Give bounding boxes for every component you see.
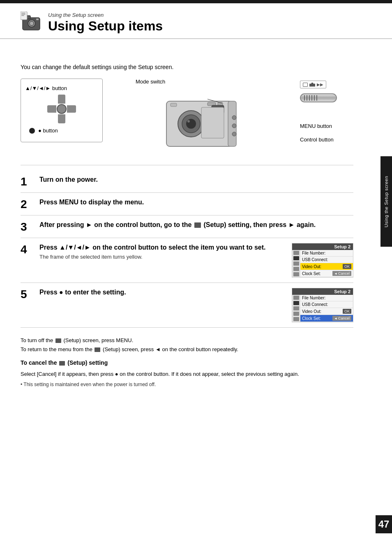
step-4-number: 4 [21,244,35,255]
side-tab-text: Using the Setup screen [384,176,389,227]
dial-line [304,95,305,101]
setup5-row-videoout: Video Out: OK [300,308,353,315]
step-4-text: Press ▲/▼/◄/► on the control button to s… [39,243,284,260]
sidebar5-icon-1 [293,296,299,300]
setup-screen-4: Setup 2 File Number: [292,243,353,278]
step-1-number: 1 [21,176,35,188]
setup-main-5: File Number: USB Connect: Video Out: OK [300,295,353,322]
sidebar-icon-1 [293,251,299,255]
intro-paragraph: You can change the default settings usin… [21,64,353,70]
cancel-heading: To cancel the (Setup) setting [21,358,353,368]
setup-value-clockset: ◄Cancel [332,271,351,276]
setup-sidebar-5 [292,295,300,322]
cancel-button-5: ◄Cancel [332,316,351,321]
dpad [47,95,76,123]
header-title: Using Setup items [48,19,163,33]
step-4-with-image: Press ▲/▼/◄/► on the control button to s… [39,243,353,278]
right-labels: MENU button Control button [300,123,353,143]
setup-main-4: File Number: USB Connect: Video Out: OK [300,250,353,277]
setup-value-videoout: OK [343,264,351,269]
svg-point-3 [30,21,34,25]
step-1-title: Turn on the power. [39,175,353,184]
step-5-with-image: Press ● to enter the setting. Setup 2 [39,288,353,322]
setup-row-videoout: Video Out: OK [300,263,353,270]
camera-diagram: Mode switch [111,79,292,153]
divider-0 [21,165,353,165]
step-5-title: Press ● to enter the setting. [39,288,284,297]
setup5-label-usb: USB Connect: [302,302,351,307]
ok-button-4: OK [343,264,351,269]
svg-point-20 [232,124,236,128]
step-2-number: 2 [21,199,35,210]
step-5-number: 5 [21,289,35,300]
setup5-value-videoout: OK [343,309,351,314]
dpad-center [57,104,67,114]
setup-sidebar-4 [292,250,300,277]
header-icon [21,12,43,34]
bullet-text: ● button [38,127,58,134]
sidebar-icon-3 [293,262,299,266]
setup5-row-filenumber: File Number: [300,295,353,301]
page-number-tab: 47 [376,515,392,533]
svg-point-21 [232,132,236,136]
step-1: 1 Turn on the power. [21,170,353,193]
page-number: 47 [378,519,390,530]
step-3-content: After pressing ► on the control button, … [39,220,353,231]
step-5-content: Press ● to enter the setting. Setup 2 [39,288,353,322]
step-1-content: Turn on the power. [39,175,353,186]
dpad-container [25,95,98,123]
dpad-right [67,105,76,113]
sidebar-icon-2 [293,256,299,260]
dpad-box: ▲/▼/◄/► button ● button [21,79,103,142]
dpad-down [58,114,65,123]
setup-title-4: Setup 2 [292,243,353,250]
svg-rect-6 [21,13,25,14]
sidebar5-icon-4 [293,312,299,316]
svg-rect-7 [21,14,25,15]
step-2-title: Press MENU to display the menu. [39,198,353,207]
mode-dial [300,93,337,102]
dial-line [307,95,307,101]
footer-notes: To turn off the (Setup) screen, press ME… [21,336,353,389]
svg-rect-22 [201,107,224,138]
setup-label-videoout: Video Out: [302,264,343,269]
sidebar5-icon-3 [293,306,299,310]
bullet-icon [29,128,35,134]
footer-note-1: To turn off the (Setup) screen, press ME… [21,336,353,345]
dial-line [314,95,315,101]
diagram-area: ▲/▼/◄/► button ● button Mode switch [21,79,353,153]
svg-rect-8 [21,15,24,16]
mode-icon-2 [309,83,315,87]
setup-label-clockset: Clock Set: [302,271,332,276]
svg-point-13 [186,119,196,129]
dial-line [311,95,312,101]
setup-title-5: Setup 2 [292,288,353,295]
control-button-label: Control button [300,137,353,143]
svg-rect-4 [36,19,39,20]
setup5-value-clockset: ◄Cancel [332,316,351,321]
setup5-label-filenumber: File Number: [302,296,351,300]
sidebar-icon-4 [293,267,299,271]
step-2: 2 Press MENU to display the menu. [21,193,353,215]
setup-row-clockset: Clock Set: ◄Cancel [300,270,353,277]
sidebar5-icon-5 [293,317,299,321]
step-2-content: Press MENU to display the menu. [39,198,353,208]
mode-icons-row: ▶▶ [300,81,326,88]
setup5-row-usb: USB Connect: [300,301,353,308]
page-header: Using the Setup screen Using Setup items [0,3,392,39]
cancel-button-4: ◄Cancel [332,271,351,276]
step-3: 3 After pressing ► on the control button… [21,215,353,238]
svg-point-14 [187,120,190,123]
svg-point-19 [232,116,236,120]
mode-icon-1 [303,83,308,87]
bullet-note: This setting is maintained even when the… [21,380,353,389]
dpad-left [47,105,56,113]
sidebar-icon-5 [293,272,299,276]
step-4-title: Press ▲/▼/◄/► on the control button to s… [39,243,284,252]
step-4-desc: The frame of the selected item turns yel… [39,254,284,260]
setup-screen-5: Setup 2 File Number: [292,288,353,322]
cancel-arrow: ◄ [334,272,337,276]
dial-line [309,95,310,101]
mode-switch-label: Mode switch [136,79,165,85]
cancel5-arrow: ◄ [334,317,337,320]
